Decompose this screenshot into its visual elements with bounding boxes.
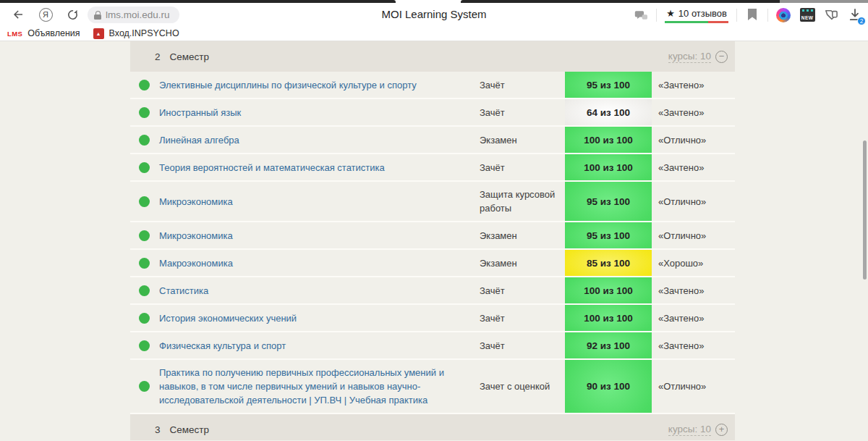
semester-number: 2 [155, 51, 161, 62]
reload-button[interactable] [63, 5, 82, 24]
result-cell: «Зачтено» [652, 277, 735, 303]
status-dot-icon [139, 162, 150, 173]
course-link[interactable]: Микроэкономика [159, 229, 233, 243]
course-status-cell [130, 222, 158, 248]
status-dot-icon [139, 135, 150, 146]
course-link[interactable]: Микроэкономика [159, 195, 233, 209]
course-status-cell [130, 305, 158, 331]
bookmark-announcements[interactable]: LMS Объявления [7, 28, 88, 38]
course-row: Микроэкономика Защита курсовой работы 95… [130, 182, 735, 222]
course-name-cell: Элективные дисциплины по физической куль… [158, 72, 480, 98]
downloads-count-badge: 2 [857, 17, 866, 25]
course-link[interactable]: Элективные дисциплины по физической куль… [159, 78, 417, 92]
status-dot-icon [139, 196, 150, 207]
result-cell: «Зачтено» [652, 154, 735, 180]
course-status-cell [130, 277, 158, 303]
course-link[interactable]: Иностранный язык [159, 106, 241, 119]
lms-logo-icon: LMS [7, 30, 22, 38]
page-content: 2 Семестр курсы: 10 − Элективные дисципл… [0, 41, 868, 440]
control-type-cell: Зачёт [480, 277, 565, 303]
reviews-rating-bar [665, 21, 728, 23]
semester-title: Семестр [170, 51, 210, 62]
course-name-cell: Микроэкономика [158, 182, 480, 221]
course-row: Макроэкономика Экзамен 85 из 100 «Хорошо… [130, 250, 735, 277]
semester-3-header: 3 Семестр курсы: 10 + [130, 414, 735, 440]
toolbar-right-icons: ★ 10 отзывов NEW [632, 4, 864, 26]
reviews-button[interactable]: ★ 10 отзывов [663, 7, 730, 23]
course-link[interactable]: Линейная алгебра [159, 133, 239, 147]
back-arrow-icon [12, 8, 25, 21]
expand-semester-button[interactable]: + [715, 424, 728, 436]
reload-icon [67, 9, 79, 21]
status-dot-icon [139, 313, 150, 324]
control-type-cell: Зачёт [480, 332, 565, 358]
course-name-cell: Физическая культура и спорт [158, 332, 480, 358]
course-name-cell: Макроэкономика [158, 250, 480, 276]
browser-chrome: Я lms.moi.edu.ru MOI Learning System [0, 0, 868, 41]
control-type-cell: Зачёт [480, 99, 565, 125]
course-link[interactable]: История экономических учений [159, 311, 297, 325]
status-dot-icon [139, 340, 150, 351]
score-box: 100 из 100 [565, 305, 652, 331]
tab-strip-segment [461, 0, 780, 3]
divider [767, 9, 768, 22]
collections-tags-icon[interactable] [822, 7, 840, 24]
course-link[interactable]: Макроэкономика [159, 256, 233, 270]
status-dot-icon [139, 285, 150, 296]
course-name-cell: Микроэкономика [158, 222, 480, 248]
course-name-cell: Практика по получению первичных професси… [158, 360, 480, 413]
result-cell: «Отлично» [652, 182, 735, 221]
semester-number: 3 [155, 424, 161, 435]
bookmark-inpsycho[interactable]: ▲ Вход.INPSYCHO [93, 28, 187, 39]
control-type-cell: Зачёт [480, 154, 565, 180]
scrollbar-thumb[interactable] [863, 140, 867, 280]
courses-count-link[interactable]: курсы: 10 [668, 424, 711, 436]
course-link[interactable]: Теория вероятностей и математическая ста… [159, 161, 385, 175]
collapse-semester-button[interactable]: − [715, 51, 728, 63]
course-row: Линейная алгебра Экзамен 100 из 100 «Отл… [130, 127, 735, 154]
status-dot-icon [139, 258, 150, 269]
course-name-cell: Статистика [158, 277, 480, 303]
score-box: 95 из 100 [565, 72, 652, 98]
bookmark-flag-icon[interactable] [744, 7, 761, 24]
control-type-cell: Экзамен [480, 250, 565, 276]
score-box: 95 из 100 [565, 222, 652, 248]
extension-new-icon[interactable]: NEW [799, 7, 816, 24]
address-bar[interactable]: lms.moi.edu.ru [88, 7, 179, 23]
course-status-cell [130, 250, 158, 276]
url-text: lms.moi.edu.ru [106, 9, 170, 20]
score-box: 92 из 100 [565, 332, 652, 358]
score-box: 64 из 100 [565, 99, 652, 125]
course-list: Элективные дисциплины по физической куль… [130, 72, 735, 414]
course-link[interactable]: Физическая культура и спорт [159, 339, 286, 353]
status-dot-icon [139, 381, 150, 392]
divider [736, 9, 737, 22]
control-type-cell: Экзамен [480, 127, 565, 153]
semester-title: Семестр [170, 424, 210, 435]
chat-protect-icon[interactable] [632, 7, 650, 24]
result-cell: «Зачтено» [652, 305, 735, 331]
course-name-cell: Линейная алгебра [158, 127, 480, 153]
control-type-cell: Зачёт [480, 72, 565, 98]
course-row: Статистика Зачёт 100 из 100 «Зачтено» [130, 277, 735, 305]
course-row: Микроэкономика Экзамен 95 из 100 «Отличн… [130, 222, 735, 250]
course-status-cell [130, 360, 158, 413]
result-cell: «Зачтено» [652, 99, 735, 125]
result-cell: «Зачтено» [652, 332, 735, 358]
extension-browser-icon[interactable] [775, 7, 792, 24]
new-badge: NEW [801, 15, 813, 20]
inpsycho-logo-icon: ▲ [93, 28, 104, 39]
divider [656, 9, 657, 22]
course-status-cell [130, 72, 158, 98]
back-button[interactable] [9, 5, 27, 24]
downloads-button[interactable]: 2 [846, 7, 864, 24]
tab-title[interactable]: MOI Learning System [217, 8, 651, 20]
course-status-cell [130, 182, 158, 221]
courses-count-link[interactable]: курсы: 10 [668, 51, 711, 63]
score-box: 90 из 100 [565, 360, 652, 413]
course-link[interactable]: Практика по получению первичных професси… [159, 366, 472, 407]
control-type-cell: Зачет с оценкой [480, 360, 565, 413]
yandex-home-button[interactable]: Я [36, 5, 55, 24]
score-box: 100 из 100 [565, 154, 652, 180]
course-link[interactable]: Статистика [159, 284, 208, 298]
